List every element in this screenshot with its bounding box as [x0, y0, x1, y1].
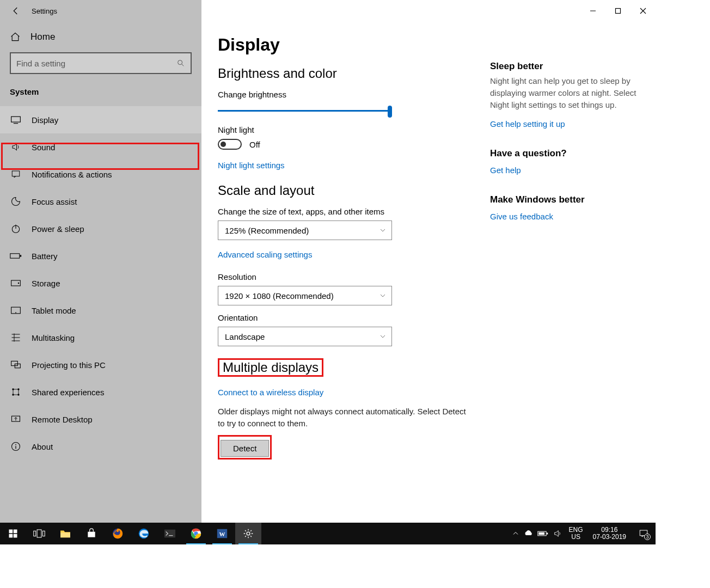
- annotation-highlight-detect: Detect: [218, 435, 272, 460]
- slider-thumb[interactable]: [388, 106, 392, 118]
- word-taskbar[interactable]: W: [209, 523, 235, 544]
- help-sleep-link[interactable]: Get help setting it up: [490, 119, 565, 128]
- sidebar-item-shared-experiences[interactable]: Shared experiences: [0, 378, 201, 406]
- svg-rect-33: [34, 531, 36, 536]
- text-size-value: 125% (Recommended): [225, 226, 309, 235]
- size-label: Change the size of text, apps, and other…: [218, 207, 479, 216]
- sound-icon: [10, 141, 22, 153]
- sidebar-item-remote-desktop[interactable]: Remote Desktop: [0, 406, 201, 433]
- action-center-icon[interactable]: 3: [638, 529, 649, 538]
- minimize-button[interactable]: [580, 2, 605, 20]
- detect-button[interactable]: Detect: [221, 440, 269, 457]
- nightlight-label: Night light: [218, 125, 479, 134]
- tray-overflow-icon[interactable]: [512, 530, 519, 537]
- start-button[interactable]: [0, 523, 26, 544]
- help-column: Sleep better Night light can help you ge…: [490, 35, 642, 523]
- search-icon: [176, 59, 185, 68]
- sidebar-item-about[interactable]: About: [0, 433, 201, 460]
- svg-rect-34: [37, 530, 41, 537]
- sidebar-item-power-sleep[interactable]: Power & sleep: [0, 215, 201, 242]
- wireless-display-link[interactable]: Connect to a wireless display: [218, 388, 323, 397]
- sidebar-item-label: Storage: [32, 279, 60, 288]
- sidebar-item-label: Focus assist: [32, 197, 77, 206]
- chevron-down-icon: [380, 333, 386, 340]
- brightness-slider[interactable]: [218, 105, 392, 118]
- settings-taskbar[interactable]: [235, 523, 261, 544]
- onedrive-icon[interactable]: [523, 530, 533, 537]
- maximize-button[interactable]: [605, 2, 631, 20]
- clock[interactable]: 09:16 07-03-2019: [593, 526, 626, 541]
- sidebar-item-multitasking[interactable]: Multitasking: [0, 324, 201, 351]
- sidebar-item-label: Display: [32, 115, 58, 125]
- sidebar-item-sound[interactable]: Sound: [0, 133, 201, 161]
- sidebar-item-label: Shared experiences: [32, 388, 104, 397]
- sidebar-item-storage[interactable]: Storage: [0, 270, 201, 297]
- svg-point-12: [18, 283, 20, 284]
- nightlight-settings-link[interactable]: Night light settings: [218, 161, 285, 170]
- sidebar-item-display[interactable]: Display: [0, 106, 201, 133]
- sidebar-item-focus-assist[interactable]: Focus assist: [0, 188, 201, 215]
- svg-rect-32: [14, 534, 17, 538]
- nightlight-toggle[interactable]: [218, 139, 242, 150]
- shared-icon: [10, 386, 22, 398]
- help-sleep-heading: Sleep better: [490, 61, 642, 72]
- terminal-taskbar[interactable]: [157, 523, 183, 544]
- chevron-down-icon: [380, 227, 386, 234]
- sidebar-item-label: Sound: [32, 143, 55, 152]
- firefox-taskbar[interactable]: [105, 523, 131, 544]
- svg-rect-35: [42, 531, 45, 536]
- back-button[interactable]: [8, 3, 24, 19]
- about-icon: [10, 440, 22, 452]
- svg-point-14: [15, 312, 16, 313]
- svg-rect-29: [9, 530, 13, 534]
- resolution-select[interactable]: 1920 × 1080 (Recommended): [218, 286, 392, 305]
- language-indicator[interactable]: ENG US: [569, 526, 583, 541]
- sidebar-item-notifications[interactable]: Notifications & actions: [0, 161, 201, 188]
- svg-rect-19: [11, 361, 18, 365]
- home-nav[interactable]: Home: [0, 24, 201, 52]
- help-question-link[interactable]: Get help: [490, 166, 521, 175]
- help-question-heading: Have a question?: [490, 148, 642, 159]
- focus-assist-icon: [10, 195, 22, 207]
- taskbar: W ENG US 09:16 07-03-2019 3: [0, 523, 656, 544]
- sidebar-item-label: Battery: [32, 252, 58, 261]
- multitasking-icon: [10, 332, 22, 344]
- advanced-scaling-link[interactable]: Advanced scaling settings: [218, 250, 312, 259]
- search-input[interactable]: Find a setting: [10, 52, 192, 74]
- sidebar-item-label: About: [32, 442, 53, 451]
- sidebar-item-battery[interactable]: Battery: [0, 242, 201, 270]
- home-label: Home: [30, 32, 55, 42]
- orientation-value: Landscape: [225, 332, 265, 341]
- svg-rect-47: [538, 532, 544, 535]
- file-explorer-taskbar[interactable]: [52, 523, 78, 544]
- svg-line-3: [182, 64, 183, 66]
- svg-rect-31: [9, 534, 13, 538]
- store-taskbar[interactable]: [78, 523, 105, 544]
- brightness-label: Change brightness: [218, 90, 479, 99]
- task-view-button[interactable]: [26, 523, 52, 544]
- display-icon: [10, 114, 22, 126]
- chrome-taskbar[interactable]: [183, 523, 209, 544]
- sidebar-item-projecting[interactable]: Projecting to this PC: [0, 351, 201, 378]
- svg-rect-1: [616, 9, 621, 14]
- sidebar-item-tablet-mode[interactable]: Tablet mode: [0, 297, 201, 324]
- projecting-icon: [10, 359, 22, 371]
- search-placeholder: Find a setting: [16, 59, 65, 68]
- notification-badge: 3: [644, 534, 651, 540]
- close-button[interactable]: [631, 2, 656, 20]
- orientation-label: Orientation: [218, 313, 479, 322]
- text-size-select[interactable]: 125% (Recommended): [218, 220, 392, 240]
- annotation-highlight-multidisplay: Multiple displays: [218, 358, 323, 377]
- edge-taskbar[interactable]: [131, 523, 157, 544]
- notifications-icon: [10, 168, 22, 180]
- slider-track: [218, 110, 392, 112]
- svg-rect-10: [20, 255, 22, 256]
- tablet-icon: [10, 304, 22, 316]
- sidebar-item-label: Projecting to this PC: [32, 360, 106, 370]
- orientation-select[interactable]: Landscape: [218, 327, 392, 346]
- svg-rect-46: [547, 532, 548, 534]
- battery-tray-icon[interactable]: [537, 530, 548, 537]
- help-feedback-link[interactable]: Give us feedback: [490, 212, 553, 221]
- volume-tray-icon[interactable]: [553, 529, 562, 538]
- resolution-label: Resolution: [218, 272, 479, 281]
